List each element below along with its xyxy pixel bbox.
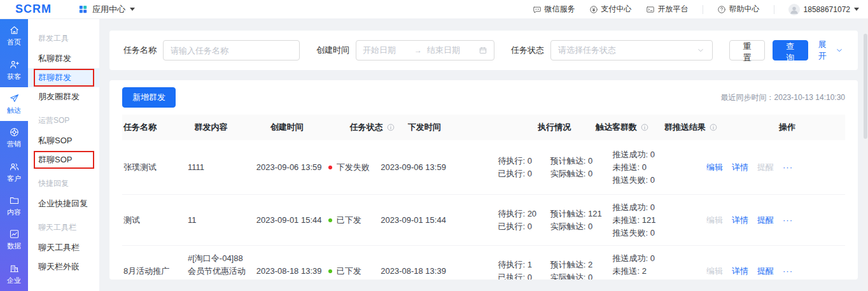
secondary-sidebar: 群发工具 私聊群发 群聊群发 朋友圈群发 运营SOP 私聊SOP 群聊SOP 快… [28, 19, 99, 291]
sidebar-item-label: 企业 [7, 276, 21, 285]
more-actions-link[interactable]: ··· [780, 215, 795, 225]
table-row: 测试 11 2023-09-01 15:44 已下发 2023-09-01 15… [122, 195, 845, 246]
submenu-item-enterprise-quick-reply[interactable]: 企业快捷回复 [28, 194, 99, 213]
task-status-select[interactable]: 请选择任务状态 [550, 40, 713, 60]
remind-link[interactable]: 提醒 [755, 215, 776, 226]
cell-status: 已下发 [328, 266, 381, 277]
status-dot [328, 269, 332, 273]
table-header-row: 任务名称 群发内容 创建时间 任务状态 下发时间 执行情况 触达客群数 [122, 115, 845, 140]
wechat-service-link[interactable]: 微信服务 [533, 4, 575, 15]
cell-created: 2023-09-06 13:59 [256, 162, 328, 172]
table-row: 张璞测试 1111 2023-09-06 13:59 下发失败 2023-09-… [122, 140, 845, 195]
folder-icon [9, 195, 20, 206]
sidebar-item-label: 获客 [7, 72, 21, 82]
help-center-label: 帮助中心 [729, 4, 760, 15]
info-icon[interactable] [640, 123, 649, 132]
cell-push-result: 推送成功: 0未推送: 2推送失败: 0 [613, 252, 704, 280]
sidebar-item-marketing[interactable]: 营销 [0, 121, 28, 155]
detail-link[interactable]: 详情 [729, 266, 751, 277]
avatar [788, 4, 800, 15]
scrm-logo: SCRM [15, 3, 52, 16]
open-platform-link[interactable]: 开放平台 [646, 4, 689, 15]
help-center-link[interactable]: 帮助中心 [717, 4, 760, 15]
info-icon[interactable] [386, 123, 395, 132]
remind-link[interactable]: 提醒 [755, 266, 776, 277]
submenu-item-moments-mass-send[interactable]: 朋友圈群发 [28, 87, 99, 106]
open-platform-label: 开放平台 [658, 4, 689, 15]
filter-bar: 任务名称 创建时间 开始日期 → 结束日期 任务状态 请选择任务状态 [109, 31, 858, 70]
cell-actions: 编辑 详情 提醒 ··· [704, 266, 845, 277]
col-issued: 下发时间 [408, 122, 538, 133]
sidebar-item-label: 内容 [7, 208, 21, 217]
col-reach: 触达客群数 [596, 122, 664, 133]
col-actions: 操作 [766, 122, 845, 133]
submenu-item-group-mass-send[interactable]: 群聊群发 [28, 68, 99, 87]
sidebar-item-label: 客户 [7, 174, 21, 183]
submenu-item-private-mass-send[interactable]: 私聊群发 [28, 49, 99, 68]
sidebar-item-enterprise[interactable]: 企业 [0, 257, 28, 291]
cell-task-name: 测试 [122, 215, 188, 226]
detail-link[interactable]: 详情 [729, 162, 751, 173]
edit-link: 编辑 [704, 266, 725, 277]
account-menu[interactable]: 18588671072 [788, 4, 859, 15]
cell-status: 下发失败 [328, 162, 381, 173]
info-icon[interactable] [709, 123, 718, 132]
page-scrollbar[interactable] [863, 20, 868, 291]
user-plus-icon [9, 59, 20, 70]
col-created: 创建时间 [270, 122, 350, 133]
topbar: SCRM 应用中心 微信服务 支付中心 [0, 0, 868, 19]
submenu-item-chat-embed[interactable]: 聊天栏外嵌 [28, 257, 99, 276]
cell-content: 1111 [188, 162, 256, 172]
building-icon [9, 263, 20, 274]
cell-task-name: 8月活动推广 [122, 266, 188, 277]
expand-toggle[interactable]: 展开 [818, 39, 844, 62]
app-center-label: 应用中心 [92, 4, 125, 15]
sidebar-item-data[interactable]: 数据 [0, 223, 28, 257]
more-actions-link[interactable]: ··· [780, 162, 795, 172]
sidebar-item-content[interactable]: 内容 [0, 189, 28, 223]
submenu-item-chat-toolbar[interactable]: 聊天工具栏 [28, 238, 99, 257]
submenu-item-group-sop[interactable]: 群聊SOP [28, 150, 99, 169]
more-actions-link[interactable]: ··· [780, 266, 795, 276]
task-status-label: 任务状态 [511, 45, 544, 56]
pay-center-label: 支付中心 [601, 4, 632, 15]
sidebar-item-home[interactable]: 首页 [0, 19, 28, 53]
task-name-label: 任务名称 [123, 45, 157, 56]
wechat-icon [533, 5, 542, 14]
submenu-item-private-sop[interactable]: 私聊SOP [28, 131, 99, 150]
user-icon [788, 4, 800, 15]
edit-link: 编辑 [704, 215, 725, 226]
date-range-picker[interactable]: 开始日期 → 结束日期 [356, 40, 494, 60]
sidebar-item-label: 触达 [7, 106, 21, 115]
edit-link[interactable]: 编辑 [704, 162, 725, 173]
col-status: 任务状态 [350, 122, 408, 133]
divider [774, 5, 774, 14]
home-icon [9, 25, 20, 36]
sidebar-item-label: 数据 [7, 241, 21, 251]
remind-link: 提醒 [755, 162, 776, 173]
cell-reach: 预计触达: 2实际触达: 0 [550, 259, 613, 280]
create-time-label: 创建时间 [316, 45, 349, 56]
open-platform-icon [646, 5, 655, 14]
task-table-card: 新增群发 最近同步时间：2023-10-13 14:10:30 任务名称 群发内… [109, 80, 858, 280]
reset-button[interactable]: 重置 [729, 40, 765, 60]
col-content: 群发内容 [195, 122, 270, 133]
range-arrow: → [414, 46, 422, 55]
app-center-menu[interactable]: 应用中心 [78, 4, 135, 15]
col-push-result: 群推送结果 [664, 122, 766, 133]
sidebar-item-acquire[interactable]: 获客 [0, 53, 28, 87]
add-mass-send-button[interactable]: 新增群发 [122, 87, 176, 108]
task-name-input[interactable] [163, 40, 300, 60]
search-button[interactable]: 查询 [773, 40, 808, 60]
detail-link[interactable]: 详情 [729, 215, 751, 226]
sidebar-item-reach[interactable]: 触达 [0, 87, 28, 121]
pay-center-link[interactable]: 支付中心 [589, 4, 632, 15]
chevron-down-icon [130, 8, 135, 11]
scrollbar-thumb[interactable] [864, 34, 867, 139]
cell-content: 11 [188, 215, 256, 225]
cell-actions: 编辑 详情 提醒 ··· [704, 162, 845, 173]
status-dot [328, 166, 332, 169]
users-icon [9, 161, 20, 172]
cell-issued: 2023-08-18 13:39 [381, 266, 498, 276]
sidebar-item-customer[interactable]: 客户 [0, 155, 28, 189]
